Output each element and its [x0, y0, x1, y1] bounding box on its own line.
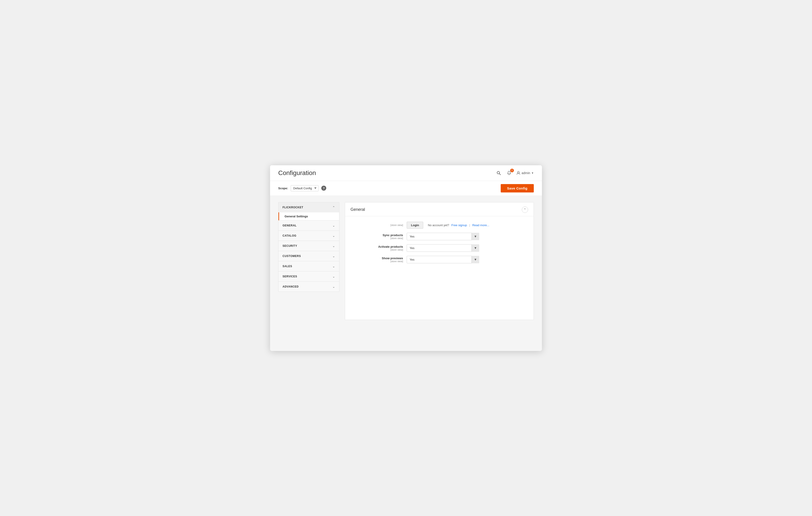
- sidebar-section-header-flickrocket[interactable]: FLICKROCKET ⌃: [279, 203, 339, 212]
- sidebar-section-title-catalog: CATALOG: [283, 234, 296, 237]
- sidebar-section-header-customers[interactable]: CUSTOMERS ⌄: [279, 251, 339, 261]
- chevron-down-icon-catalog: ⌄: [332, 234, 335, 238]
- notification-wrapper: 1: [506, 170, 512, 176]
- sidebar-section-header-security[interactable]: SECURITY ⌄: [279, 241, 339, 251]
- sidebar-section-title-flickrocket: FLICKROCKET: [283, 206, 303, 209]
- sidebar-section-title-customers: CUSTOMERS: [283, 254, 301, 257]
- show-previews-sublabel: [store view]: [353, 260, 403, 263]
- help-icon[interactable]: ?: [321, 186, 326, 191]
- scope-left: Scope: Default Config ?: [278, 185, 326, 191]
- chevron-down-icon-general: ⌄: [332, 224, 335, 227]
- sidebar-section-title-general: GENERAL: [283, 224, 296, 227]
- svg-line-1: [499, 174, 500, 175]
- sidebar: FLICKROCKET ⌃ General Settings GENERAL ⌄: [278, 202, 339, 292]
- user-button[interactable]: admin ▼: [516, 171, 534, 175]
- chevron-down-icon-services: ⌄: [332, 275, 335, 278]
- chevron-down-icon-sales: ⌄: [332, 265, 335, 268]
- main-content: FLICKROCKET ⌃ General Settings GENERAL ⌄: [270, 196, 542, 326]
- user-chevron-icon: ▼: [531, 172, 534, 174]
- no-account-text: No account yet?: [428, 223, 449, 227]
- show-previews-select[interactable]: Yes No: [407, 256, 479, 263]
- scope-bar: Scope: Default Config ? Save Config: [270, 181, 542, 196]
- show-previews-select-wrapper: Yes No ▼: [407, 256, 479, 263]
- sidebar-section-header-advanced[interactable]: ADVANCED ⌄: [279, 282, 339, 292]
- show-previews-label: Show previews: [353, 256, 403, 260]
- activate-products-label: Activate products: [353, 245, 403, 248]
- collapse-icon: ⌃: [524, 208, 526, 211]
- scope-select[interactable]: Default Config: [291, 185, 319, 191]
- sidebar-section-title-sales: SALES: [283, 265, 292, 268]
- sidebar-section-title-advanced: ADVANCED: [283, 285, 299, 288]
- sidebar-section-services: SERVICES ⌄: [279, 271, 339, 282]
- login-label-group: [store view]: [353, 224, 403, 226]
- user-icon: [516, 171, 520, 175]
- chevron-up-icon: ⌃: [332, 206, 335, 209]
- scope-label: Scope:: [278, 187, 288, 190]
- chevron-down-icon-security: ⌄: [332, 244, 335, 248]
- login-button[interactable]: Login: [407, 222, 423, 229]
- sidebar-section-advanced: ADVANCED ⌄: [279, 282, 339, 292]
- pipe-separator: |: [469, 223, 470, 227]
- sidebar-section-header-general[interactable]: GENERAL ⌄: [279, 220, 339, 231]
- login-store-view-label: [store view]: [353, 224, 403, 226]
- save-config-button[interactable]: Save Config: [501, 184, 534, 192]
- search-button[interactable]: [495, 170, 502, 176]
- collapse-button[interactable]: ⌃: [522, 207, 528, 213]
- show-previews-label-group: Show previews [store view]: [353, 256, 403, 263]
- sidebar-section-general: GENERAL ⌄: [279, 220, 339, 231]
- sync-products-form-row: Sync products [store view] Yes No ▼: [353, 233, 525, 240]
- sync-products-sublabel: [store view]: [353, 237, 403, 240]
- sidebar-section-customers: CUSTOMERS ⌄: [279, 251, 339, 261]
- chevron-down-icon-customers: ⌄: [332, 254, 335, 258]
- sync-products-select-wrapper: Yes No ▼: [407, 233, 479, 240]
- sync-products-label: Sync products: [353, 234, 403, 237]
- panel-header: General ⌃: [345, 203, 533, 216]
- sidebar-item-label-general-settings: General Settings: [285, 215, 308, 218]
- sidebar-section-flickrocket: FLICKROCKET ⌃ General Settings: [279, 203, 339, 220]
- panel-title: General: [350, 207, 365, 212]
- sidebar-items-flickrocket: General Settings: [279, 212, 339, 220]
- notification-badge: 1: [510, 169, 514, 172]
- activate-products-form-row: Activate products [store view] Yes No ▼: [353, 244, 525, 252]
- search-icon: [496, 171, 501, 175]
- user-label: admin: [522, 171, 530, 175]
- form-area: [store view] Login No account yet? Free …: [345, 216, 533, 273]
- top-bar: Configuration 1: [270, 165, 542, 181]
- page-title: Configuration: [278, 169, 316, 177]
- sidebar-item-general-settings[interactable]: General Settings: [279, 212, 339, 220]
- activate-products-select[interactable]: Yes No: [407, 244, 479, 252]
- sidebar-section-title-services: SERVICES: [283, 275, 297, 278]
- activate-products-label-group: Activate products [store view]: [353, 245, 403, 251]
- sidebar-section-header-sales[interactable]: SALES ⌄: [279, 261, 339, 271]
- content-panel: General ⌃ [store view] Login No account …: [345, 202, 534, 320]
- sync-products-select[interactable]: Yes No: [407, 233, 479, 240]
- sidebar-section-header-services[interactable]: SERVICES ⌄: [279, 271, 339, 281]
- top-bar-right: 1 admin ▼: [495, 170, 534, 176]
- svg-point-2: [518, 172, 519, 173]
- login-form-row: [store view] Login No account yet? Free …: [353, 222, 525, 229]
- sidebar-section-sales: SALES ⌄: [279, 261, 339, 271]
- activate-products-sublabel: [store view]: [353, 248, 403, 251]
- sidebar-section-security: SECURITY ⌄: [279, 241, 339, 251]
- read-more-link[interactable]: Read more...: [472, 223, 489, 227]
- login-controls: Login No account yet? Free signup | Read…: [407, 222, 489, 229]
- chevron-down-icon-advanced: ⌄: [332, 285, 335, 289]
- activate-products-select-wrapper: Yes No ▼: [407, 244, 479, 252]
- sidebar-section-header-catalog[interactable]: CATALOG ⌄: [279, 231, 339, 241]
- sync-products-label-group: Sync products [store view]: [353, 234, 403, 240]
- show-previews-form-row: Show previews [store view] Yes No ▼: [353, 256, 525, 263]
- free-signup-link[interactable]: Free signup: [451, 223, 467, 227]
- sidebar-section-title-security: SECURITY: [283, 244, 297, 247]
- sidebar-section-catalog: CATALOG ⌄: [279, 231, 339, 241]
